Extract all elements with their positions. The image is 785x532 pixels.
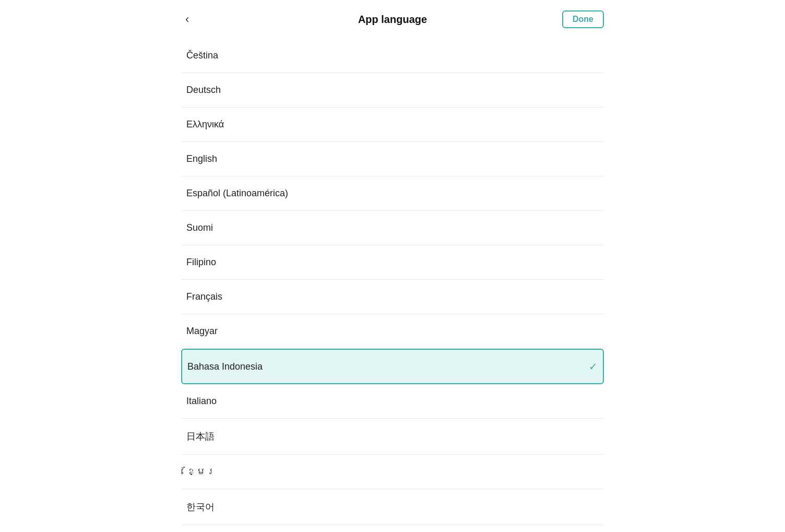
language-label: 日本語 <box>186 430 215 443</box>
language-label: Español (Latinoamérica) <box>186 188 288 199</box>
list-item[interactable]: Italiano <box>181 384 604 419</box>
language-label: English <box>186 153 217 164</box>
language-label: Filipino <box>186 257 216 268</box>
language-label: ខ្មែរ <box>186 466 216 477</box>
back-icon: ‹ <box>185 13 189 26</box>
list-item[interactable]: Filipino <box>181 245 604 280</box>
language-list: ČeštinaDeutschΕλληνικάEnglishEspañol (La… <box>165 39 620 529</box>
language-label: Ελληνικά <box>186 119 224 130</box>
page-container: ‹ App language Done ČeštinaDeutschΕλληνι… <box>0 0 785 532</box>
list-item[interactable]: Bahasa Indonesia✓ <box>181 349 604 384</box>
list-item[interactable]: 한국어 <box>181 489 604 525</box>
list-item[interactable]: Español (Latinoamérica) <box>181 176 604 211</box>
list-item[interactable]: Deutsch <box>181 73 604 108</box>
language-label: Italiano <box>186 396 217 407</box>
list-item[interactable]: Magyar <box>181 314 604 349</box>
checkmark-icon: ✓ <box>589 360 598 373</box>
list-item[interactable]: ខ្មែរ <box>181 455 604 489</box>
language-label: Deutsch <box>186 85 221 96</box>
language-label: 한국어 <box>186 501 215 513</box>
list-item[interactable]: 日本語 <box>181 419 604 455</box>
language-label: Bahasa Indonesia <box>187 361 263 372</box>
list-item[interactable]: Suomi <box>181 211 604 245</box>
header: ‹ App language Done <box>165 0 620 39</box>
language-label: Français <box>186 291 222 302</box>
language-label: Magyar <box>186 326 218 337</box>
list-item[interactable]: Bahasa Melayu (Malaysia) <box>181 525 604 529</box>
list-item[interactable]: Ελληνικά <box>181 108 604 142</box>
list-item[interactable]: English <box>181 142 604 176</box>
list-item[interactable]: Čeština <box>181 39 604 73</box>
back-button[interactable]: ‹ <box>181 10 193 28</box>
list-item[interactable]: Français <box>181 280 604 314</box>
page-title: App language <box>358 14 427 26</box>
language-label: Čeština <box>186 50 218 61</box>
language-label: Suomi <box>186 222 213 233</box>
done-button[interactable]: Done <box>562 10 604 28</box>
